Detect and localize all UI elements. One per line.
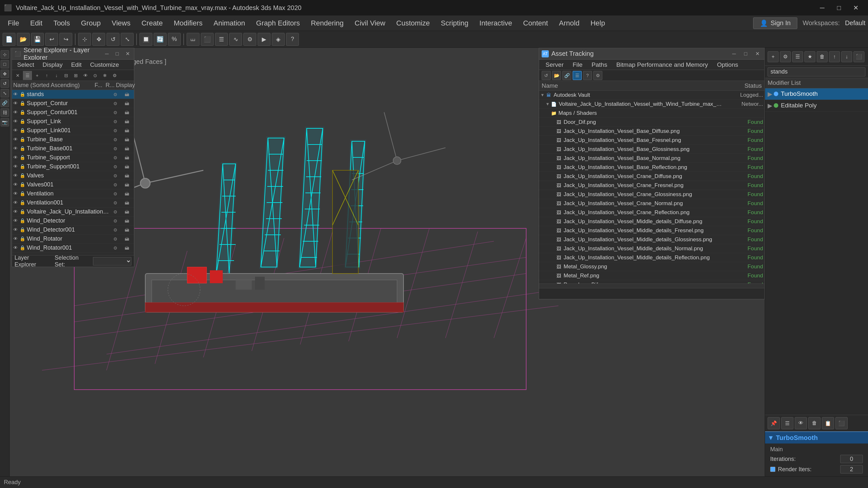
at-tool3[interactable]: 🔗 — [562, 71, 571, 80]
at-menu-options[interactable]: Options — [713, 61, 742, 69]
at-menu-bitmap[interactable]: Bitmap Performance and Memory — [612, 61, 712, 69]
at-minimize-btn[interactable]: ─ — [730, 50, 739, 58]
se-add-btn[interactable]: + — [33, 71, 42, 80]
se-layer-btn[interactable]: ☰ — [23, 71, 32, 80]
at-tool2[interactable]: 📂 — [552, 71, 561, 80]
at-list-item[interactable]: 🖼 Metal_Glossy.png Found — [539, 262, 764, 271]
at-close-btn[interactable]: ✕ — [753, 50, 762, 58]
scene-explorer-item[interactable]: 👁 🔒 Wind_Detector ⚙ 🏔 — [12, 217, 134, 225]
percent-snap-btn[interactable]: % — [168, 33, 181, 46]
move-tool-btn[interactable]: ✥ — [1, 70, 9, 78]
rp-btn7[interactable]: ↓ — [841, 51, 852, 62]
at-list-item[interactable]: 🖼 Jack_Up_Installation_Vessel_Crane_Refl… — [539, 208, 764, 217]
menu-civil-view[interactable]: Civil View — [349, 17, 391, 30]
move-btn[interactable]: ✥ — [92, 33, 105, 46]
at-list-item[interactable]: 🖼 Jack_Up_Installation_Vessel_Crane_Fres… — [539, 181, 764, 190]
scene-explorer-item[interactable]: 👁 🔒 Support_Contur ⚙ 🏔 — [12, 99, 134, 108]
scene-explorer-item[interactable]: 👁 🔒 Support_Link001 ⚙ 🏔 — [12, 126, 134, 135]
at-list-item[interactable]: 🖼 Jack_Up_Installation_Vessel_Middle_det… — [539, 235, 764, 244]
sign-in-button[interactable]: 👤 Sign In — [753, 18, 797, 29]
at-list-item[interactable]: 🖼 Propeleps_Dif.png Found — [539, 280, 764, 284]
scene-explorer-item[interactable]: 👁 🔒 Voltaire_Jack_Up_Installation_Vessel… — [12, 207, 134, 217]
scene-explorer-item[interactable]: 👁 🔒 Valves ⚙ 🏔 — [12, 171, 134, 180]
se-display-header[interactable]: Display — [116, 82, 133, 89]
at-list-item[interactable]: 🖼 Jack_Up_Installation_Vessel_Crane_Glos… — [539, 190, 764, 199]
scene-explorer-item[interactable]: 👁 🔒 stands ⚙ 🏔 — [12, 90, 134, 99]
se-restore-btn[interactable]: □ — [113, 50, 121, 58]
menu-views[interactable]: Views — [106, 17, 135, 30]
layer-btn[interactable]: ☰ — [215, 33, 228, 46]
menu-graph-editors[interactable]: Graph Editors — [251, 17, 305, 30]
modifier-item[interactable]: ▶ Editable Poly — [765, 100, 868, 111]
se-menu-display[interactable]: Display — [39, 61, 66, 69]
menu-create[interactable]: Create — [136, 17, 168, 30]
ts-iterations-value[interactable]: 0 — [840, 455, 863, 463]
menu-tools[interactable]: Tools — [48, 17, 75, 30]
menu-content[interactable]: Content — [518, 17, 553, 30]
unlink-btn[interactable]: ⛓ — [1, 108, 9, 117]
render-setup-btn[interactable]: ⚙ — [243, 33, 256, 46]
se-hide-btn[interactable]: 👁 — [81, 71, 90, 80]
camera-btn[interactable]: 📷 — [1, 118, 9, 126]
open-btn[interactable]: 📂 — [17, 33, 30, 46]
mod-show-btn[interactable]: 👁 — [795, 417, 807, 429]
rp-btn1[interactable]: + — [768, 51, 779, 62]
select-btn[interactable]: ⊹ — [78, 33, 91, 46]
scene-explorer-item[interactable]: 👁 🔒 Ventilation ⚙ 🏔 — [12, 189, 134, 198]
at-settings-btn[interactable]: ⚙ — [593, 71, 602, 80]
modifier-item[interactable]: ▶ TurboSmooth — [765, 88, 868, 100]
at-list-item[interactable]: ▼ 🏛 Autodesk Vault Logged... — [539, 91, 764, 100]
curve-btn[interactable]: ∿ — [229, 33, 242, 46]
mod-copy-btn[interactable]: 📋 — [822, 417, 834, 429]
rp-btn2[interactable]: ⚙ — [780, 51, 791, 62]
se-name-header[interactable]: Name (Sorted Ascending) — [13, 82, 93, 89]
se-minimize-btn[interactable]: ─ — [103, 50, 111, 58]
mod-unique-btn[interactable]: ⬛ — [835, 417, 848, 429]
align-btn[interactable]: ⬛ — [201, 33, 214, 46]
at-list-item[interactable]: 🖼 Jack_Up_Installation_Vessel_Middle_det… — [539, 217, 764, 226]
at-help-btn[interactable]: ? — [583, 71, 592, 80]
at-list-item[interactable]: 🖼 Jack_Up_Installation_Vessel_Middle_det… — [539, 253, 764, 262]
help-btn[interactable]: ? — [286, 33, 299, 46]
scene-explorer-item[interactable]: 👁 🔒 Wind_Rotator ⚙ 🏔 — [12, 234, 134, 243]
undo-btn[interactable]: ↩ — [45, 33, 58, 46]
scene-explorer-item[interactable]: 👁 🔒 Support_Link ⚙ 🏔 — [12, 117, 134, 126]
select-object-btn[interactable]: ⊹ — [1, 50, 9, 59]
at-scrollbar[interactable] — [539, 284, 764, 288]
at-list-item[interactable]: 🖼 Jack_Up_Installation_Vessel_Middle_det… — [539, 226, 764, 235]
se-settings-btn[interactable]: ⚙ — [110, 71, 119, 80]
at-list-item[interactable]: 🖼 Jack_Up_Installation_Vessel_Base_Diffu… — [539, 127, 764, 136]
redo-btn[interactable]: ↪ — [59, 33, 72, 46]
link-btn[interactable]: 🔗 — [1, 99, 9, 107]
maximize-button[interactable]: □ — [831, 0, 847, 15]
menu-edit[interactable]: Edit — [25, 17, 48, 30]
mod-delete-btn[interactable]: 🗑 — [808, 417, 820, 429]
se-down-btn[interactable]: ↓ — [52, 71, 61, 80]
menu-customize[interactable]: Customize — [391, 17, 435, 30]
scene-explorer-item[interactable]: 👁 🔒 Turbine_Base ⚙ 🏔 — [12, 135, 134, 144]
at-list-item[interactable]: 🖼 Jack_Up_Installation_Vessel_Middle_det… — [539, 244, 764, 253]
scene-explorer-item[interactable]: 👁 🔒 Support_Contur001 ⚙ 🏔 — [12, 108, 134, 117]
at-list-item[interactable]: 🖼 Metal_Ref.png Found — [539, 271, 764, 280]
scene-explorer-item[interactable]: 👁 🔒 Wind_Detector001 ⚙ 🏔 — [12, 225, 134, 234]
scene-explorer-item[interactable]: 👁 🔒 Turbine_Base001 ⚙ 🏔 — [12, 144, 134, 153]
menu-help[interactable]: Help — [585, 17, 610, 30]
menu-group[interactable]: Group — [76, 17, 106, 30]
at-list-item[interactable]: 🖼 Jack_Up_Installation_Vessel_Base_Gloss… — [539, 145, 764, 154]
at-list-item[interactable]: 🖼 Jack_Up_Installation_Vessel_Base_Refle… — [539, 163, 764, 172]
scene-explorer-item[interactable]: 👁 🔒 Wind_Rotator001 ⚙ 🏔 — [12, 243, 134, 253]
at-tool1[interactable]: ↺ — [541, 71, 551, 80]
se-show-btn[interactable]: ⊙ — [91, 71, 100, 80]
material-btn[interactable]: ◈ — [272, 33, 285, 46]
menu-modifiers[interactable]: Modifiers — [168, 17, 208, 30]
se-delete-btn[interactable]: ✕ — [13, 71, 22, 80]
minimize-button[interactable]: ─ — [814, 0, 831, 15]
rp-btn5[interactable]: 🗑 — [817, 51, 828, 62]
rp-btn8[interactable]: ⬛ — [854, 51, 864, 62]
at-list-item[interactable]: 📁 Maps / Shaders — [539, 109, 764, 118]
selection-set-dropdown[interactable] — [93, 257, 131, 265]
mod-pin-btn[interactable]: 📌 — [768, 417, 780, 429]
menu-interactive[interactable]: Interactive — [474, 17, 518, 30]
rp-btn4[interactable]: ★ — [804, 51, 815, 62]
render-btn[interactable]: ▶ — [257, 33, 271, 46]
